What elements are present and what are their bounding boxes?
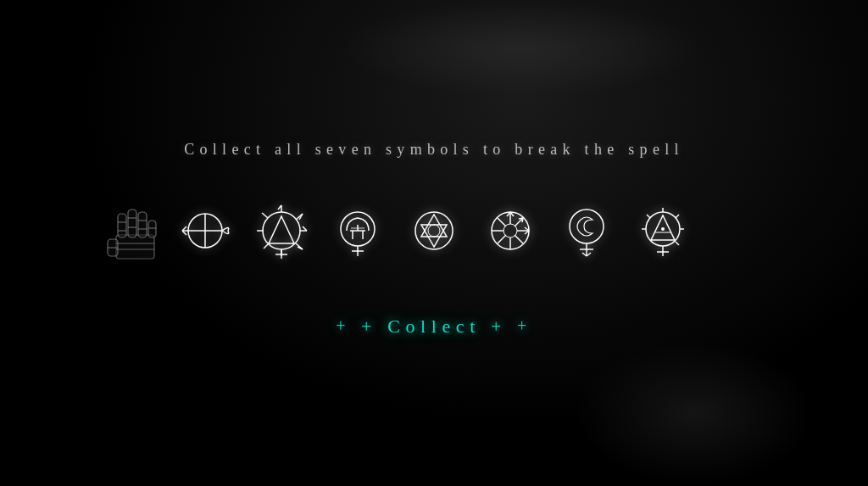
- collect-button[interactable]: + Collect +: [310, 307, 558, 346]
- svg-marker-48: [421, 225, 447, 247]
- instruction-text: Collect all seven symbols to break the s…: [184, 141, 684, 159]
- svg-point-46: [415, 212, 453, 249]
- svg-marker-23: [269, 216, 294, 243]
- svg-rect-12: [148, 221, 156, 237]
- collect-suffix: +: [491, 316, 507, 338]
- svg-line-78: [676, 242, 679, 245]
- svg-line-35: [262, 213, 268, 218]
- svg-line-56: [498, 218, 506, 226]
- symbol-star-of-david: [404, 201, 464, 260]
- symbols-row: [175, 201, 693, 260]
- svg-rect-3: [118, 214, 126, 237]
- symbol-eye-of-chaos: [252, 201, 311, 260]
- svg-rect-6: [128, 209, 136, 237]
- skeleton-hand-icon: [103, 188, 167, 265]
- collect-prefix: +: [361, 316, 377, 338]
- symbol-chaos-cross: [481, 201, 540, 260]
- svg-point-66: [570, 209, 604, 243]
- symbol-triangle-sun: [633, 201, 693, 260]
- svg-point-49: [428, 225, 440, 237]
- main-content: Collect all seven symbols to break the s…: [0, 0, 868, 486]
- symbol-mushroom-cross: [328, 201, 387, 260]
- svg-line-79: [647, 215, 650, 218]
- collect-label: Collect: [387, 316, 481, 338]
- symbol-crescent-cross: [557, 201, 616, 260]
- svg-line-57: [515, 235, 523, 243]
- svg-rect-9: [138, 212, 147, 237]
- svg-rect-0: [116, 235, 154, 259]
- svg-marker-47: [421, 215, 447, 237]
- symbol-crux-horaria: [175, 201, 235, 260]
- svg-line-33: [264, 243, 269, 249]
- svg-line-76: [676, 215, 679, 218]
- svg-line-58: [515, 218, 523, 226]
- svg-line-65: [522, 218, 523, 222]
- svg-line-59: [498, 235, 506, 243]
- svg-point-74: [661, 227, 665, 231]
